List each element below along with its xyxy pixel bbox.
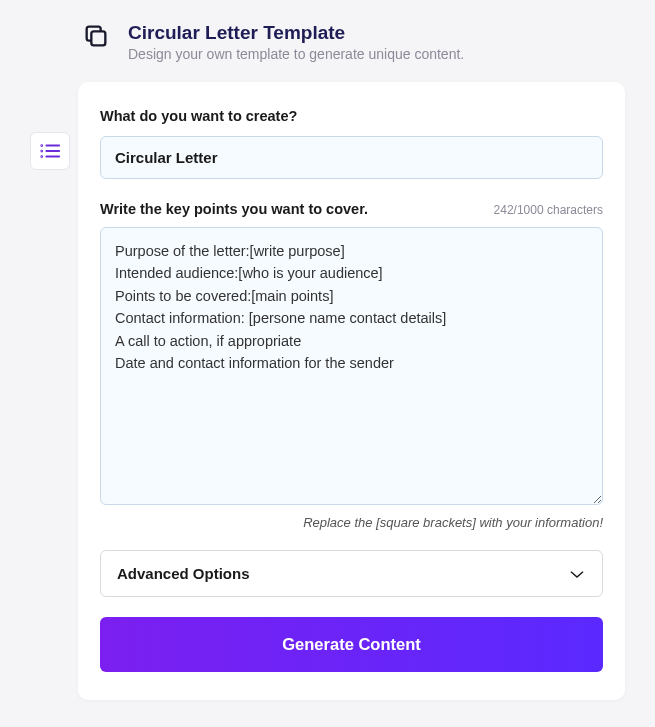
page-title: Circular Letter Template xyxy=(128,22,464,44)
page-header: Circular Letter Template Design your own… xyxy=(0,0,655,62)
sidebar-toggle[interactable] xyxy=(30,132,70,170)
advanced-options-toggle[interactable]: Advanced Options xyxy=(100,550,603,597)
advanced-options-label: Advanced Options xyxy=(117,565,250,582)
create-input[interactable] xyxy=(100,136,603,179)
keypoints-hint: Replace the [square brackets] with your … xyxy=(100,515,603,530)
svg-point-1 xyxy=(41,145,42,146)
create-label: What do you want to create? xyxy=(100,108,603,124)
list-icon xyxy=(39,142,61,160)
svg-point-5 xyxy=(41,156,42,157)
copy-icon xyxy=(82,22,110,54)
svg-point-3 xyxy=(41,151,42,152)
page-subtitle: Design your own template to generate uni… xyxy=(128,46,464,62)
keypoints-label: Write the key points you want to cover. xyxy=(100,201,368,217)
chevron-down-icon xyxy=(568,568,586,580)
form-card: What do you want to create? Write the ke… xyxy=(78,82,625,700)
generate-button[interactable]: Generate Content xyxy=(100,617,603,672)
keypoints-textarea[interactable] xyxy=(100,227,603,505)
svg-rect-0 xyxy=(91,31,105,45)
char-counter: 242/1000 characters xyxy=(494,203,603,217)
